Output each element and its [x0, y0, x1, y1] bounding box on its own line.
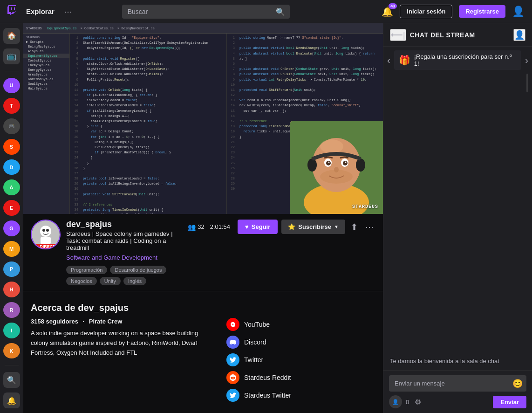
search-input[interactable] [122, 5, 290, 19]
duration-display: 2:01:54 [210, 223, 230, 230]
subscribe-button[interactable]: ⭐ Suscribirse ▼ [281, 220, 345, 234]
user-avatar-icon[interactable]: 👤 [512, 6, 525, 18]
sidebar-avatar-2[interactable]: T [3, 98, 20, 114]
channel-actions: 👥 32 2:01:54 ♥ Seguir ⭐ Suscribirse ▼ ⬆ … [188, 220, 375, 234]
sidebar-avatar-5[interactable]: D [3, 159, 20, 175]
channel-name[interactable]: dev_spajus [66, 220, 182, 229]
chat-message-input[interactable] [389, 375, 526, 392]
heart-icon: ♥ [245, 223, 249, 230]
tag-ingles[interactable]: Inglés [123, 277, 146, 285]
channel-details: dev_spajus Stardeus | Space colony sim g… [66, 220, 182, 285]
video-player[interactable]: STARDEUS EquipmentSys.cs × CombatStates.… [23, 23, 383, 214]
discord-label: Discord [244, 338, 266, 346]
stardeus-twitter-text: Stardeus Twitter [244, 392, 291, 399]
sidebar-avatar-8[interactable]: G [3, 220, 20, 236]
file-item: GameModSys.cs [23, 77, 69, 82]
sidebar-avatar-14[interactable]: K [3, 343, 20, 359]
youtube-label: YouTube [244, 321, 270, 328]
channel-game[interactable]: Software and Game Development [66, 254, 157, 261]
sidebar-avatar-3[interactable]: 🎮 [3, 118, 20, 134]
svg-point-7 [326, 161, 331, 165]
twitch-logo[interactable] [7, 5, 17, 18]
sidebar-avatar-12[interactable]: R [3, 302, 20, 318]
chat-next-button[interactable]: › [525, 55, 528, 66]
login-button[interactable]: Iniciar sesión [400, 5, 452, 18]
sidebar-avatar-11[interactable]: H [3, 282, 20, 297]
notification-count: 43 [389, 3, 397, 9]
about-left: 3158 seguidores · Pirate Crew A solo ind… [31, 318, 211, 402]
sidebar-avatar-10[interactable]: P [3, 262, 20, 277]
twitter-link[interactable]: Twitter [226, 353, 375, 366]
user-count-number: 0 [406, 399, 409, 406]
svg-point-14 [320, 170, 353, 184]
top-navigation: Explorar ⋯ 🔍 🔔 43 Iniciar sesión Registr… [0, 0, 532, 23]
code-topbar: STARDEUS EquipmentSys.cs × CombatStates.… [23, 23, 383, 34]
channel-avatar[interactable]: EN DIRECTO [31, 220, 61, 249]
viewer-count: 32 [198, 223, 204, 230]
reddit-icon [226, 371, 239, 384]
stream-overlay-logo: STARDEUS [352, 204, 378, 209]
more-options-button[interactable]: ⋯ [363, 220, 375, 234]
main-content: STARDEUS EquipmentSys.cs × CombatStates.… [23, 23, 383, 413]
notifications-bell[interactable]: 🔔 43 [382, 6, 393, 17]
file-item: BeingNavSys.cs [23, 44, 69, 49]
sidebar-avatar-4[interactable]: S [3, 139, 20, 155]
channel-title: Stardeus | Space colony sim gamedev | Ta… [66, 230, 182, 251]
star-icon: ⭐ [288, 223, 295, 230]
chat-collapse-button[interactable]: ⟵| [390, 29, 406, 41]
share-button[interactable]: ⬆ [349, 220, 360, 234]
follow-label: Seguir [252, 223, 270, 230]
sidebar-avatar-13[interactable]: I [3, 323, 20, 338]
file-item: CombatSys.cs [23, 58, 69, 63]
sidebar-search-button[interactable]: 🔍 [3, 372, 20, 388]
line-numbers: 123456789101112131415 161718192021222324… [70, 34, 80, 214]
sidebar-avatar-7[interactable]: E [3, 200, 20, 216]
chat-settings-button[interactable]: ⚙ [413, 396, 423, 408]
sidebar-browse-button[interactable]: 📺 [3, 48, 20, 64]
main-layout: 🏠 📺 U T 🎮 S D A E G M P H R I K 🔍 🔔 STAR… [0, 23, 532, 413]
search-container: 🔍 [122, 5, 290, 19]
chat-prev-button[interactable]: ‹ [387, 55, 390, 66]
file-item: AreaSys.cs [23, 72, 69, 77]
more-options-icon[interactable]: ⋯ [64, 7, 72, 17]
sidebar-notify-button[interactable]: 🔔 [3, 392, 20, 408]
about-title: Acerca de dev_spajus [31, 303, 375, 313]
followers-label: seguidores [46, 318, 78, 325]
sidebar-avatar-9[interactable]: M [3, 241, 20, 257]
tag-negocios[interactable]: Negocios [66, 277, 97, 285]
sidebar-home-button[interactable]: 🏠 [3, 28, 20, 44]
sidebar-divider-2 [5, 365, 19, 365]
live-badge: EN DIRECTO [31, 244, 61, 249]
reddit-link[interactable]: Stardeus Reddit [226, 371, 375, 384]
tag-programacion[interactable]: Programación [66, 266, 107, 274]
followers-count: 3158 [31, 318, 44, 325]
file-item: GoalSys.cs [23, 82, 69, 86]
tag-desarrollo[interactable]: Desarrollo de juegos [110, 266, 166, 274]
register-button[interactable]: Registrarse [459, 5, 505, 18]
streamer-webcam: STARDEUS [290, 121, 383, 214]
chat-user-count: 0 [406, 399, 409, 406]
discord-link[interactable]: Discord [226, 336, 375, 349]
chat-emoji-button[interactable]: 😊 [512, 379, 523, 389]
about-grid: 3158 seguidores · Pirate Crew A solo ind… [31, 318, 375, 402]
channel-game-row: Software and Game Development [66, 253, 182, 261]
chat-scrollbar[interactable] [526, 74, 528, 92]
file-item: AiSys.cs [23, 49, 69, 54]
chat-scrollbar-container [383, 72, 532, 92]
chat-send-button[interactable]: Enviar [493, 396, 526, 408]
follow-button[interactable]: ♥ Seguir [238, 220, 278, 234]
youtube-icon [226, 318, 239, 331]
chat-promo-container: ‹ 🎁 ¡Regala una suscripción para ser n.º… [383, 48, 532, 72]
tag-unity[interactable]: Unity [100, 277, 121, 285]
explore-link[interactable]: Explorar [26, 7, 55, 15]
chat-gear-button[interactable]: 👤 [513, 29, 525, 41]
stardeus-twitter-link[interactable]: Stardeus Twitter [226, 389, 375, 402]
sidebar-avatar-6[interactable]: A [3, 179, 20, 195]
svg-rect-19 [41, 237, 51, 244]
youtube-link[interactable]: YouTube [226, 318, 375, 331]
file-item: EnergySys.cs [23, 68, 69, 72]
file-item: HairSys.cs [23, 86, 69, 91]
chat-promo-banner[interactable]: 🎁 ¡Regala una suscripción para ser n.º 1… [394, 50, 522, 70]
svg-point-17 [42, 229, 45, 232]
sidebar-avatar-1[interactable]: U [3, 78, 20, 94]
